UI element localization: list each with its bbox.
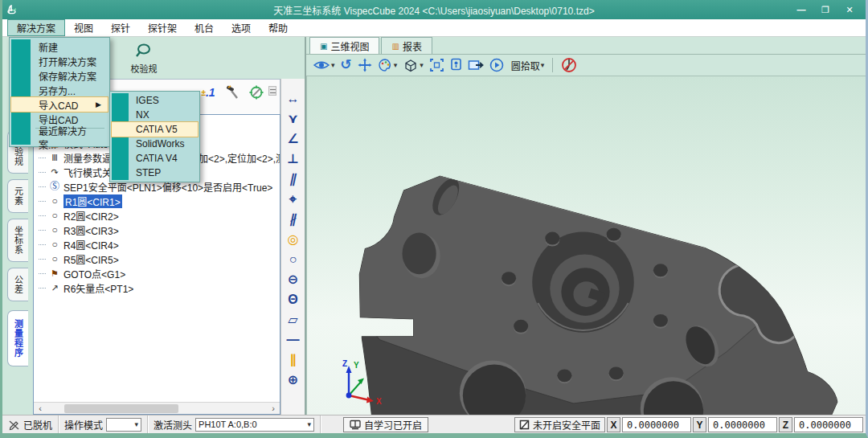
submenu-item-step[interactable]: STEP (112, 166, 198, 180)
tree-item-goto-point[interactable]: ⚑GOTO点<G1> (39, 266, 280, 280)
menu-view[interactable]: 视图 (65, 19, 102, 36)
view-visibility-tool[interactable]: ▾ (313, 58, 335, 72)
pan-view-tool[interactable] (358, 58, 372, 72)
coord-z-label: Z (779, 417, 792, 432)
menu-options[interactable]: 选项 (223, 19, 260, 36)
toolbar-overflow-button[interactable] (268, 86, 276, 96)
window-select-tool[interactable] (468, 59, 484, 72)
menu-item-import-cad[interactable]: 导入CAD ▶ (11, 97, 108, 112)
vector-point-icon: ↗ (49, 282, 60, 293)
menu-help[interactable]: 帮助 (260, 19, 297, 36)
gdt-parallelism-icon[interactable]: ∥ (281, 169, 305, 189)
tree-item-circle-r5[interactable]: ○R5圆<CIR5> (39, 252, 280, 266)
window-title: 天准三坐标系统 VispecCube 2024 <C:\Users\jiaosi… (2, 3, 866, 17)
gdt-concentricity-icon[interactable]: ◎ (284, 229, 303, 249)
side-tab-elements[interactable]: 元素 (7, 179, 28, 213)
menu-probe-rack[interactable]: 探针架 (139, 19, 186, 36)
circle-icon: ○ (49, 195, 60, 207)
render-style-tool[interactable]: ▾ (378, 58, 398, 72)
submenu-item-nx[interactable]: NX (112, 108, 198, 122)
circle-icon: ○ (49, 224, 60, 235)
gdt-angle-icon[interactable]: ∠ (284, 129, 303, 149)
gdt-symmetry-icon[interactable]: ⊖ (284, 269, 303, 289)
gdt-total-runout-icon[interactable]: ⊕ (284, 370, 303, 390)
menu-machine[interactable]: 机台 (186, 19, 223, 36)
gdt-angularity-icon[interactable]: ∦ (281, 209, 305, 229)
palette-icon (378, 58, 393, 72)
tree-item-vector-point[interactable]: ↗R6矢量点<PT1> (39, 280, 280, 295)
operation-mode-select[interactable]: ▾ (106, 418, 141, 432)
scroll-left-arrow[interactable]: ‹ (34, 403, 47, 414)
active-probe-select[interactable]: PH10T A:0,B:0 ▾ (195, 418, 314, 432)
coordinate-triad: Z Y X (334, 358, 392, 405)
coord-z-value: 0.0000000 (794, 417, 863, 432)
title-bar: 天准三坐标系统 VispecCube 2024 <C:\Users\jiaosi… (2, 0, 866, 19)
tab-3d-view[interactable]: ▣ 三维视图 (309, 37, 379, 54)
restore-button[interactable]: ❐ (819, 5, 832, 15)
precision-tool[interactable]: ±.1 (199, 84, 217, 100)
tree-item-circle-r2[interactable]: ○R2圆<CIR2> (39, 208, 280, 223)
gdt-runout-icon[interactable]: Θ (284, 289, 303, 309)
status-bar: 已脱机 操作模式 ▾ 激活测头 PH10T A:0,B:0 ▾ 自学习已开启 (2, 415, 866, 433)
gauge-label: 校验规 (131, 62, 158, 75)
submenu-item-catia-v5[interactable]: CATIA V5 (112, 122, 198, 137)
submenu-item-catia-v4[interactable]: CATIA V4 (112, 151, 198, 166)
submenu-item-solidworks[interactable]: SolidWorks (112, 137, 198, 151)
application-window: 天准三坐标系统 VispecCube 2024 <C:\Users\jiaosi… (0, 0, 868, 438)
tree-horizontal-scrollbar[interactable]: ‹ › (34, 402, 280, 414)
hammer-icon (224, 84, 240, 100)
pick-mode-dropdown[interactable]: 圆拾取 ▾ (510, 59, 545, 72)
build-tool[interactable] (223, 84, 241, 100)
menu-solution[interactable]: 解决方案 (7, 19, 65, 36)
3d-viewport[interactable]: Z Y X (306, 76, 866, 415)
safety-plane-status[interactable]: 未开启安全平面 (514, 417, 605, 432)
target-tool[interactable] (248, 84, 265, 100)
tree-item-circle-r3[interactable]: ○R3圆<CIR3> (39, 223, 280, 237)
solution-menu-popup: 新建 打开解决方案 保存解决方案 另存为... 导入CAD ▶ 导出CAD 最近… (9, 37, 110, 147)
menu-probe[interactable]: 探针 (102, 19, 139, 36)
rotate-icon: ↺ (341, 59, 352, 72)
tree-item-circle-r4[interactable]: ○R4圆<CIR4> (39, 237, 280, 252)
gdt-perpendicularity-icon[interactable]: ⊥ (284, 149, 303, 169)
menu-item-new[interactable]: 新建 (11, 39, 108, 54)
scroll-right-arrow[interactable]: › (267, 403, 280, 414)
scrollbar-track[interactable] (47, 403, 267, 414)
self-learn-button[interactable]: 自学习已开启 (343, 417, 428, 432)
menu-item-open-solution[interactable]: 打开解决方案 (11, 54, 108, 68)
self-learn-label: 自学习已开启 (364, 418, 422, 432)
menu-item-recent-solutions[interactable]: 最近解决方案... (11, 130, 108, 145)
rotate-view-tool[interactable]: ↺ (341, 59, 352, 72)
gdt-circularity-icon[interactable]: ○ (284, 249, 303, 269)
side-tab-tolerance[interactable]: 公差 (7, 268, 28, 301)
side-tab-measure-program[interactable]: 测量程序 (7, 310, 28, 366)
circle-pick-label: 圆拾取 (511, 59, 540, 72)
safety-plane-label: 未开启安全平面 (533, 418, 600, 432)
submenu-item-iges[interactable]: IGES (112, 93, 198, 108)
gdt-distance-icon[interactable]: ↔ (284, 88, 303, 108)
side-tab-coordinate-system[interactable]: 坐标系 (7, 219, 28, 262)
locate-tool[interactable] (450, 58, 462, 72)
gdt-flatness-icon[interactable]: ▱ (284, 309, 303, 330)
minimize-button[interactable]: — (795, 5, 808, 15)
submenu-arrow-icon: ▶ (96, 100, 101, 108)
view-orientation-tool[interactable]: ▾ (403, 58, 424, 72)
coord-y-value: 0.0000000 (708, 417, 777, 432)
tree-item-circle-r1[interactable]: ○R1圆<CIR1> (39, 194, 280, 208)
gdt-straightness-icon[interactable]: — (284, 330, 303, 350)
active-probe-label: 激活测头 (154, 418, 192, 432)
caret-down-icon: ▾ (394, 61, 398, 69)
gdt-position-icon[interactable]: ⌖ (284, 189, 303, 209)
menu-item-save-solution[interactable]: 保存解决方案 (11, 68, 108, 83)
caret-down-icon: ▾ (541, 61, 545, 69)
close-button[interactable]: ✕ (843, 5, 856, 15)
tab-report[interactable]: ▥ 报表 (381, 37, 432, 54)
menu-item-save-as[interactable]: 另存为... (11, 83, 108, 97)
gdt-angle-v-icon[interactable]: ⋎ (284, 108, 303, 129)
gauge-tool[interactable]: 校验规 (126, 42, 162, 75)
probe-disable-tool[interactable] (561, 57, 577, 73)
scrollbar-thumb[interactable] (64, 404, 178, 413)
fit-view-tool[interactable] (429, 58, 444, 72)
gdt-parallel-bars-icon[interactable]: ∥ (284, 350, 303, 370)
measure-param-icon: Ⅲ (49, 152, 60, 163)
run-tool[interactable] (489, 58, 504, 72)
